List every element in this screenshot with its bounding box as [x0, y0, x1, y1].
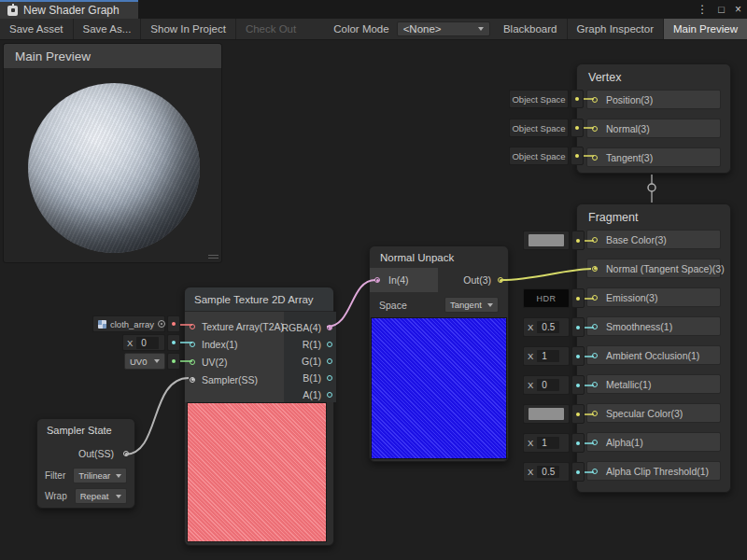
port-base-color[interactable] [592, 237, 598, 243]
x-prefix: X [528, 380, 533, 390]
vertex-node[interactable]: Vertex Position(3) Normal(3) Tangent(3) [576, 63, 731, 174]
float-value[interactable]: 0.5 [537, 466, 559, 478]
port-r[interactable] [327, 342, 332, 347]
row-label: Alpha Clip Threshold(1) [606, 466, 709, 477]
save-asset-button[interactable]: Save Asset [0, 19, 73, 39]
float-value[interactable]: 0 [537, 379, 559, 391]
wrap-dropdown[interactable]: Repeat [75, 488, 127, 504]
port-g[interactable] [327, 358, 332, 364]
color-mode-label: Color Mode [305, 19, 396, 39]
input-sampler: Sampler(SS) [185, 371, 284, 388]
shader-graph-icon [7, 6, 18, 16]
sample-node-inputs: Texture Array(T2A) Index(1) UV(2) Sample… [185, 312, 284, 402]
float-field[interactable]: X 0.5 [523, 317, 570, 337]
uv-channel-dropdown[interactable]: UV0 [124, 353, 165, 370]
filter-value: Trilinear [78, 470, 110, 481]
cyan-dot [576, 384, 580, 387]
fragment-node[interactable]: Fragment Base Color(3) Normal (Tangent S… [576, 203, 731, 493]
port-normal-input[interactable] [592, 126, 598, 132]
row-label: Normal(3) [606, 123, 650, 134]
panel-resize-handle[interactable] [208, 255, 218, 259]
specular-color-swatch[interactable] [523, 404, 570, 424]
sample-texture-2d-array-node[interactable]: Sample Texture 2D Array Texture Array(T2… [184, 287, 334, 546]
connector-dot-box [571, 317, 585, 337]
connector-dot-box [571, 231, 585, 250]
maximize-icon[interactable]: □ [718, 0, 725, 19]
fragment-row-metallic: Metallic(1) [586, 374, 721, 394]
float-field[interactable]: X 1 [523, 433, 570, 453]
object-picker-icon[interactable] [158, 320, 165, 328]
connector-dot-box [571, 90, 584, 108]
port-normal-tangent[interactable] [592, 266, 598, 272]
yellow-dot [576, 413, 580, 416]
normal-unpack-title: Normal Unpack [370, 246, 508, 268]
float-value[interactable]: 1 [537, 350, 559, 362]
normal-unpack-node[interactable]: Normal Unpack In(4) Out(3) Space Tangent [369, 245, 509, 462]
port-out3[interactable] [498, 277, 503, 283]
port-uv[interactable] [190, 359, 195, 365]
port-sampler[interactable] [190, 377, 195, 383]
row-label: Normal (Tangent Space)(3) [606, 263, 725, 274]
tab-new-shader-graph[interactable]: New Shader Graph [0, 0, 138, 19]
space-dropdown[interactable]: Tangent [444, 297, 499, 313]
filter-dropdown[interactable]: Trilinear [73, 468, 127, 483]
save-as-button[interactable]: Save As... [74, 19, 141, 39]
main-preview-button[interactable]: Main Preview [664, 19, 747, 39]
port-index[interactable] [190, 342, 195, 347]
dropdown-caret-icon [478, 27, 484, 31]
vertex-row-normal: Normal(3) [586, 119, 721, 138]
port-alpha[interactable] [592, 440, 598, 445]
float-value[interactable]: 1 [537, 437, 559, 449]
yellow-dot [575, 154, 579, 158]
fragment-node-title: Fragment [577, 204, 730, 230]
port-a[interactable] [327, 392, 332, 398]
show-in-project-button[interactable]: Show In Project [141, 19, 235, 39]
stack-connector-port[interactable] [648, 184, 655, 191]
port-texture-array[interactable] [190, 324, 195, 329]
port-emission[interactable] [592, 295, 598, 301]
port-in4[interactable] [374, 277, 380, 283]
port-specular-color[interactable] [592, 411, 598, 416]
port-out-ss[interactable] [123, 451, 129, 456]
input-uv: UV(2) [185, 353, 284, 371]
window-menu-icon[interactable]: ⋮ [697, 0, 708, 19]
green-dot [172, 359, 176, 363]
float-field[interactable]: X 0.5 [523, 462, 570, 482]
dropdown-caret-icon [116, 474, 121, 478]
row-label: Emission(3) [606, 292, 657, 303]
port-position-input[interactable] [592, 97, 598, 103]
port-b[interactable] [327, 375, 332, 381]
fragment-row-base-color: Base Color(3) [586, 230, 721, 249]
hdr-color-swatch[interactable]: HDR [523, 288, 570, 308]
float-field[interactable]: X 1 [523, 346, 570, 366]
port-tangent-input[interactable] [592, 155, 598, 161]
float-value[interactable]: 0 [136, 337, 159, 349]
port-rgba[interactable] [327, 325, 332, 330]
connector-dot-box [571, 433, 585, 453]
float-field[interactable]: X 0 [122, 334, 165, 351]
float-value[interactable]: 0.5 [537, 321, 559, 333]
main-preview-panel-header[interactable]: Main Preview [4, 44, 221, 68]
normal-map-preview [371, 317, 507, 459]
row-label: Texture Array(T2A) [202, 321, 284, 332]
tab-title: New Shader Graph [23, 4, 120, 17]
index-field-widget: X 0 [122, 334, 180, 351]
close-icon[interactable]: × [735, 0, 741, 19]
port-alpha-clip[interactable] [592, 469, 598, 474]
input-index: Index(1) [185, 335, 284, 353]
port-metallic[interactable] [592, 382, 598, 387]
fragment-row-smoothness: Smoothness(1) [586, 316, 721, 336]
float-field[interactable]: X 0 [523, 375, 570, 395]
sampler-state-node[interactable]: Sampler State Out(SS) Filter Trilinear W… [36, 418, 135, 509]
texture-object-field[interactable]: cloth_array [92, 315, 165, 332]
color-mode-dropdown[interactable]: <None> [397, 21, 490, 36]
port-smoothness[interactable] [592, 324, 598, 329]
blackboard-button[interactable]: Blackboard [494, 19, 567, 39]
texture-array-field-widget: cloth_array [92, 315, 180, 332]
row-label: Base Color(3) [606, 234, 667, 245]
base-color-swatch[interactable] [523, 231, 570, 250]
fragment-row-normal-tangent: Normal (Tangent Space)(3) [586, 259, 721, 278]
graph-inspector-button[interactable]: Graph Inspector [568, 19, 663, 39]
space-value: Tangent [450, 300, 482, 310]
port-ambient-occlusion[interactable] [592, 353, 598, 358]
